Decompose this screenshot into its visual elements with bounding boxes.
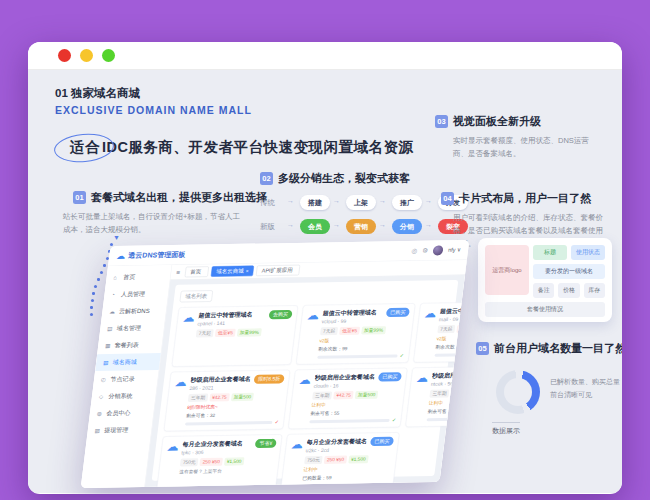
tab-close-icon[interactable] [294,267,295,272]
sidebar-item[interactable]: ⌂ 首页 [106,268,172,286]
card-tag: 三年期 [312,391,332,399]
cloud-icon: ☁ [416,372,430,384]
domain-card[interactable]: ☁ 每月企业分发套餐域名 u2kc · 2cd 已购买 [279,432,400,488]
card-progress-row: ✓ [301,482,388,488]
card-tags: 750元250 ¥50¥1,500 [180,457,275,467]
card-action-badge[interactable]: 去购买 [268,310,292,319]
card-tag: 低至¥5 [456,325,469,333]
card-action-badge[interactable]: 已购买 [378,372,402,381]
domain-card-title: 超值云中转管理域名 [198,310,266,320]
card-promo: 让利中 [303,465,390,473]
domain-card-subtitle: cpanel · 141 [197,320,265,327]
donut-chart [496,370,540,414]
sidebar-item[interactable]: ▨ 提现管理 [87,421,153,439]
flow-row: 传统 搭建上架推广分发 [260,195,468,210]
card-tag: 加量500 [231,393,254,401]
card-tag: 加量99% [361,326,386,334]
collapse-menu-icon[interactable]: ≡ [176,268,181,276]
feature-01-badge: 01 [73,191,86,204]
domain-card[interactable]: ☁ 秒级启用企业套餐域名 cloudn · 16 已购买 [288,368,408,429]
domain-card[interactable]: ☁ 超值云中转管理域名 mail · 09 已购买 [413,301,469,362]
card-promo: 让利中 [311,401,398,409]
sidebar-item[interactable]: ◴ 节点记录 [93,370,159,388]
sidebar-item-icon: ☁ [109,308,116,315]
card-tag: 250 ¥50 [324,456,347,464]
mock-operator-logo: 运营商logo [485,245,529,295]
mock-note-pill: 备注 [533,283,554,298]
domain-card-title: 秒级启用企业套餐域名 [314,373,375,383]
feature-04-title: 卡片式布局，用户一目了然 [459,191,591,206]
sidebar-item-icon: ▦ [105,342,112,349]
user-avatar[interactable] [433,245,444,255]
panel-title-chip: 域名列表 [180,290,213,302]
card-tag: ¥42.75 [209,393,230,401]
domain-card[interactable]: ☁ 秒级启用企业套餐域名 286 · 2021 限时8.5折 [164,370,291,432]
tab-close-icon[interactable]: × [245,268,249,274]
card-tag: ¥1,500 [348,455,369,463]
domain-card-subtitle: 286 · 2021 [189,384,250,391]
user-menu[interactable]: nfy ∨ [448,247,462,254]
headline-rest: IDC服务商、开发者平台快速变现闲置域名资源 [102,139,413,155]
domain-card[interactable]: ☁ 超值云中转管理域名 cpanel · 141 去购买 [172,305,299,367]
tab[interactable]: API扩展应用 [256,265,300,276]
traffic-light-zoom[interactable] [102,49,115,62]
feature-03-desc: 实时显示套餐额度、使用状态、DNS运营商、是否备案域名。 [435,135,595,161]
domain-list-panel: 域名列表 ☁ 超值云中转管理域名 cpanel · 141 [152,280,459,481]
domain-card[interactable]: ☁ 秒级启用企业套餐域名 ntcek · 56 已购买 [405,366,469,427]
feature-01: 01 套餐式域名出租，提供更多出租选择 站长可批量上架域名，自行设置介绍+标题，… [73,190,278,237]
sidebar-item-label: 会员中心 [106,409,131,418]
feature-05-badge: 05 [476,342,489,355]
feature-02-title: 多级分销生态，裂变式获客 [278,171,410,186]
sidebar-item[interactable]: ▧ 域名商城 [95,353,161,371]
donut-caption: 数据展示 [492,422,520,436]
card-tag: 三年期 [188,394,208,402]
card-action-badge[interactable]: 已购买 [386,308,410,317]
card-tags: 7天起低至¥5加量99% [437,324,469,334]
notification-icon[interactable]: ◎ [411,247,418,255]
tab[interactable]: 域名云商城× [211,266,255,277]
feature-05-line2: 前台清晰可见 [550,388,620,401]
domain-card[interactable]: ☁ 每月企业分发套餐域名 tpkc · 306 节省¥ [155,434,283,488]
cloud-icon: ☁ [290,438,304,450]
card-action-badge[interactable]: 限时8.5折 [254,374,285,384]
card-tags: 750元250 ¥50¥1,500 [304,455,392,465]
traffic-light-close[interactable] [58,49,71,62]
card-promo: v2版 [436,334,469,342]
settings-icon[interactable]: ⚙ [422,247,429,255]
sidebar-item-icon: ▤ [107,325,114,332]
domain-card-title: 超值云中转管理域名 [439,306,469,316]
sidebar-item-label: 云解析DNS [118,307,150,316]
cloud-logo-icon: ☁ [116,250,126,261]
tab-label: API扩展应用 [261,267,293,274]
card-action-badge[interactable]: 节省¥ [255,439,277,448]
sidebar-item-icon: ⌂ [113,274,120,280]
browser-window: 01 独家域名商城 EXCLUSIVE DOMAIN NAME MALL 适合I… [28,42,622,494]
card-tags: 三年期¥42.75加量500 [429,388,469,398]
card-tags: 三年期¥42.75加量500 [188,392,283,402]
sidebar-item[interactable]: ☁ 云解析DNS [101,302,167,320]
cloud-icon: ☁ [166,440,180,452]
flow-pill: 会员 [300,219,330,234]
domain-card-title: 每月企业分发套餐域名 [182,439,252,449]
cloud-icon: ☁ [423,307,437,319]
domain-card[interactable]: ☁ 超值云中转管理域名 vcloud · 99 已购买 [296,303,416,364]
card-tag: 750元 [180,458,199,466]
sidebar-item[interactable]: ◔ 人员管理 [103,285,169,303]
card-progress-row: ✓ [426,415,469,422]
arrow-down-icon: ▼ [113,234,120,241]
card-action-badge[interactable]: 已购买 [370,437,394,446]
sidebar-item[interactable]: ◍ 会员中心 [89,404,155,422]
traffic-light-minimize[interactable] [80,49,93,62]
card-tag: 三年期 [429,389,449,397]
card-promo: 8折/限时优惠~ [187,403,281,411]
sidebar-item-icon: ◔ [111,291,118,297]
tab-close-icon[interactable] [203,269,204,274]
tab[interactable]: 首页 [184,266,208,277]
sidebar-item[interactable]: ◇ 分销系统 [91,387,157,405]
sidebar-item[interactable]: ▤ 域名管理 [99,319,165,337]
domain-card-title: 秒级启用企业套餐域名 [431,371,469,381]
card-tags: 7天起低至¥5加量99% [320,326,408,336]
card-tags: 三年期¥42.75加量500 [312,390,400,400]
sidebar-item[interactable]: ▦ 套餐列表 [97,336,163,354]
sidebar-item-label: 提现管理 [104,426,129,435]
